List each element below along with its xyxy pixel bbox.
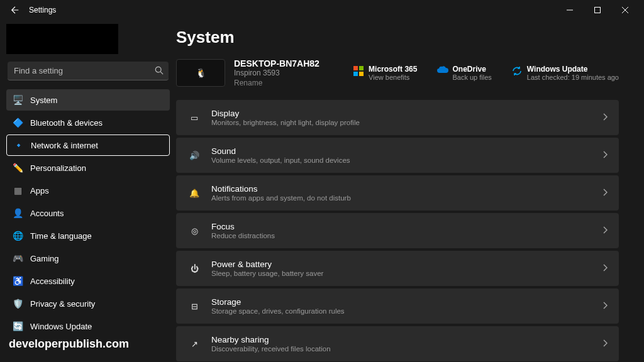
tile-update-sub: Last checked: 19 minutes ago (527, 74, 619, 81)
sidebar-item-apps[interactable]: ▦Apps (6, 180, 170, 201)
row-storage[interactable]: ⊟StorageStorage space, drives, configura… (176, 288, 619, 324)
arrow-left-icon (11, 6, 19, 14)
bell-icon: 🔔 (187, 186, 201, 200)
window-title: Settings (29, 6, 56, 14)
display-icon: ▭ (187, 111, 201, 124)
content: System 🐧 DESKTOP-BN7AH82 Inspiron 3593 R… (176, 20, 644, 362)
update-icon (512, 66, 522, 76)
minimize-icon (567, 7, 573, 13)
tile-onedrive-title: OneDrive (452, 65, 491, 74)
row-subtitle: Discoverability, received files location (211, 345, 602, 353)
svg-line-5 (160, 72, 163, 74)
row-subtitle: Monitors, brightness, night light, displ… (211, 119, 602, 126)
svg-rect-7 (359, 66, 364, 70)
chevron-right-icon (602, 264, 608, 273)
sidebar-item-label: Gaming (30, 254, 59, 263)
row-subtitle: Volume levels, output, input, sound devi… (211, 156, 602, 164)
focus-icon: ◎ (187, 224, 201, 238)
row-sound[interactable]: 🔊SoundVolume levels, output, input, soun… (176, 138, 619, 173)
sidebar-item-label: System (30, 96, 57, 105)
network-internet-icon: 🔹 (13, 140, 23, 150)
minimize-button[interactable] (556, 1, 584, 19)
settings-rows: ▭DisplayMonitors, brightness, night ligh… (176, 100, 619, 362)
row-title: Notifications (211, 184, 602, 194)
row-title: Nearby sharing (211, 335, 602, 344)
svg-rect-8 (353, 72, 358, 76)
chevron-right-icon (602, 189, 608, 198)
device-model: Inspiron 3593 (234, 69, 319, 77)
watermark: developerpublish.com (9, 337, 129, 351)
time-language-icon: 🌐 (13, 231, 23, 241)
tile-ms365-sub: View benefits (369, 74, 417, 81)
windows-update-icon: 🔄 (13, 321, 23, 331)
personalization-icon: ✏️ (13, 163, 23, 173)
sidebar-item-label: Network & internet (31, 141, 98, 150)
chevron-right-icon (602, 302, 608, 311)
page-title: System (176, 28, 619, 47)
row-notifications[interactable]: 🔔NotificationsAlerts from apps and syste… (176, 175, 619, 211)
titlebar: Settings (0, 0, 644, 20)
sidebar-item-personalization[interactable]: ✏️Personalization (6, 157, 170, 178)
privacy-security-icon: 🛡️ (13, 299, 23, 309)
device-name: DESKTOP-BN7AH82 (234, 58, 319, 69)
close-icon (622, 7, 628, 13)
row-subtitle: Alerts from apps and system, do not dist… (211, 194, 602, 202)
device-header: 🐧 DESKTOP-BN7AH82 Inspiron 3593 Rename M… (176, 58, 619, 87)
row-title: Storage (211, 297, 602, 307)
sidebar-item-gaming[interactable]: 🎮Gaming (6, 248, 170, 269)
tile-update-title: Windows Update (527, 65, 619, 74)
chevron-right-icon (602, 113, 608, 123)
svg-rect-9 (359, 72, 364, 76)
chevron-right-icon (602, 339, 608, 349)
row-title: Display (211, 109, 602, 118)
onedrive-icon (437, 66, 447, 76)
gaming-icon: 🎮 (13, 253, 23, 263)
sidebar-item-label: Time & language (30, 231, 92, 241)
tile-onedrive[interactable]: OneDrive Back up files (437, 65, 491, 81)
sidebar-item-label: Accounts (30, 209, 64, 218)
back-button[interactable] (5, 1, 25, 19)
user-header-redacted (6, 24, 118, 54)
row-focus[interactable]: ◎FocusReduce distractions (176, 213, 619, 248)
svg-rect-1 (595, 8, 601, 13)
sidebar-item-windows-update[interactable]: 🔄Windows Update (6, 315, 170, 337)
share-icon: ↗ (187, 337, 201, 351)
tile-update[interactable]: Windows Update Last checked: 19 minutes … (512, 65, 619, 81)
row-subtitle: Reduce distractions (211, 232, 602, 239)
tile-ms365-title: Microsoft 365 (369, 65, 417, 74)
sidebar-item-system[interactable]: 🖥️System (6, 89, 170, 111)
svg-rect-6 (353, 66, 358, 70)
maximize-icon (594, 7, 601, 13)
row-title: Focus (211, 222, 602, 231)
svg-point-4 (155, 67, 161, 72)
sidebar-item-bluetooth-devices[interactable]: 🔷Bluetooth & devices (6, 112, 170, 133)
close-button[interactable] (611, 1, 639, 19)
search-icon (155, 66, 164, 77)
row-title: Sound (211, 146, 602, 156)
sidebar-item-time-language[interactable]: 🌐Time & language (6, 225, 170, 246)
search-wrap (8, 62, 169, 80)
accounts-icon: 👤 (13, 208, 23, 218)
tile-onedrive-sub: Back up files (452, 74, 491, 81)
sidebar-item-label: Apps (30, 186, 49, 195)
tile-ms365[interactable]: Microsoft 365 View benefits (353, 65, 417, 81)
row-nearby-sharing[interactable]: ↗Nearby sharingDiscoverability, received… (176, 326, 619, 361)
device-rename-link[interactable]: Rename (234, 79, 319, 87)
sidebar-item-label: Bluetooth & devices (30, 118, 103, 128)
sidebar-item-label: Personalization (30, 163, 86, 173)
bluetooth-devices-icon: 🔷 (13, 118, 23, 128)
row-display[interactable]: ▭DisplayMonitors, brightness, night ligh… (176, 100, 619, 135)
search-input[interactable] (8, 62, 169, 80)
apps-icon: ▦ (13, 185, 23, 195)
sidebar-item-network-internet[interactable]: 🔹Network & internet (6, 134, 170, 156)
sidebar-item-accounts[interactable]: 👤Accounts (6, 202, 170, 224)
system-icon: 🖥️ (13, 95, 23, 105)
sidebar-item-accessibility[interactable]: ♿Accessibility (6, 270, 170, 292)
maximize-button[interactable] (584, 1, 611, 19)
sidebar: 🖥️System🔷Bluetooth & devices🔹Network & i… (0, 20, 176, 362)
sound-icon: 🔊 (187, 148, 201, 162)
accessibility-icon: ♿ (13, 276, 23, 286)
sidebar-item-privacy-security[interactable]: 🛡️Privacy & security (6, 293, 170, 314)
row-power-battery[interactable]: ⏻Power & batterySleep, battery usage, ba… (176, 251, 619, 286)
sidebar-item-label: Accessibility (30, 277, 75, 286)
